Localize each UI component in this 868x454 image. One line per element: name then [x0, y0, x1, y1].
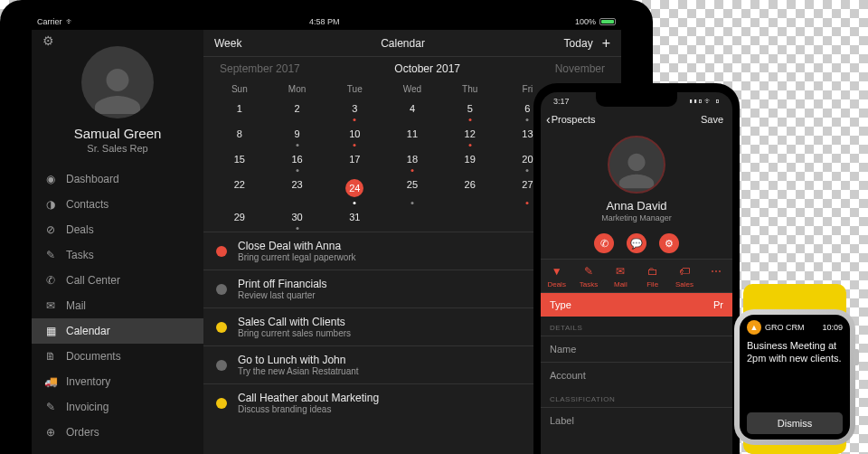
month-current: October 2017: [394, 62, 460, 75]
settings-button[interactable]: ⚙: [659, 233, 679, 253]
avatar[interactable]: [608, 136, 665, 194]
calendar-day[interactable]: 2: [269, 98, 326, 123]
calendar-day[interactable]: 10: [326, 123, 383, 148]
calendar-day[interactable]: 16: [269, 148, 326, 174]
calendar-day[interactable]: 23: [269, 174, 326, 206]
field-account[interactable]: Account: [541, 362, 732, 388]
event-subtitle: Bring current sales numbers: [238, 328, 351, 338]
chevron-left-icon: ‹: [546, 112, 551, 127]
save-button[interactable]: Save: [701, 114, 723, 125]
event-dot-icon: [216, 284, 227, 295]
tab-mail[interactable]: ✉Mail: [605, 260, 637, 292]
nav-label: Orders: [66, 426, 99, 439]
calendar-day[interactable]: 22: [211, 174, 269, 206]
tab-icon: ⋯: [711, 265, 722, 278]
sidebar-item-mail[interactable]: ✉Mail: [32, 293, 203, 318]
iphone-screen: 3:17 ▮▮▯ ᯤ ▯ ‹ Prospects Save Anna David…: [541, 92, 732, 454]
sidebar-item-invoicing[interactable]: ✎Invoicing: [32, 394, 203, 420]
calendar-day[interactable]: 29: [211, 206, 269, 232]
nav-label: Tasks: [66, 249, 94, 261]
calendar-day[interactable]: 25: [383, 174, 441, 206]
type-bar[interactable]: Type Pr: [541, 293, 732, 317]
tab-deals[interactable]: ▼Deals: [541, 260, 572, 292]
calendar-dow: Wed: [383, 80, 441, 98]
nav-icon: ◑: [44, 198, 57, 211]
field-name[interactable]: Name: [541, 336, 732, 362]
ipad-sidebar: ⚙ Samual Green Sr. Sales Rep ◉Dashboard◑…: [32, 30, 203, 454]
nav-label: Calendar: [66, 325, 110, 337]
classification-section-label: CLASSIFICATION: [541, 388, 732, 407]
battery-icon: [599, 18, 616, 25]
nav-icon: 🚚: [44, 375, 57, 388]
nav-list: ◉Dashboard◑Contacts⊘Deals✎Tasks✆Call Cen…: [32, 166, 203, 445]
calendar-toolbar: Week Calendar Today +: [203, 30, 621, 57]
event-subtitle: Review last quarter: [238, 290, 327, 300]
call-button[interactable]: ✆: [594, 233, 614, 253]
calendar-day[interactable]: 9: [269, 123, 326, 148]
back-label: Prospects: [552, 114, 596, 125]
calendar-day[interactable]: 5: [441, 98, 499, 123]
calendar-day[interactable]: 26: [441, 174, 499, 206]
nav-icon: ✆: [44, 274, 57, 287]
back-button[interactable]: ‹ Prospects: [546, 112, 596, 127]
tab-label: Sales: [675, 280, 693, 288]
today-button[interactable]: Today: [564, 37, 593, 50]
watch-case: ▲ GRO CRM 10:09 Business Meeting at 2pm …: [734, 309, 855, 445]
nav-label: Inventory: [66, 375, 110, 388]
watch-device: ▲ GRO CRM 10:09 Business Meeting at 2pm …: [731, 284, 859, 454]
calendar-day[interactable]: 4: [383, 98, 441, 123]
status-time: 4:58 PM: [309, 17, 340, 26]
watch-crown[interactable]: [854, 349, 859, 365]
contact-name: Anna David: [606, 199, 666, 213]
sidebar-item-orders[interactable]: ⊕Orders: [32, 420, 203, 445]
tab-sales[interactable]: 🏷Sales: [668, 260, 700, 292]
calendar-day[interactable]: 30: [269, 206, 326, 232]
sidebar-item-inventory[interactable]: 🚚Inventory: [32, 369, 203, 394]
month-next[interactable]: November: [555, 62, 605, 75]
add-button[interactable]: +: [602, 36, 610, 51]
calendar-day[interactable]: 24: [326, 174, 383, 206]
nav-label: Call Center: [66, 274, 120, 287]
calendar-day[interactable]: 8: [211, 123, 269, 148]
tab-icon: 🏷: [679, 265, 690, 278]
week-toggle[interactable]: Week: [214, 37, 241, 50]
month-prev[interactable]: September 2017: [220, 62, 300, 75]
calendar-day[interactable]: 1: [211, 98, 269, 123]
profile-name: Samual Green: [74, 126, 162, 141]
event-subtitle: Bring current legal paperwork: [238, 252, 356, 262]
signal-icon: ▮▮▯ ᯤ ▯: [689, 97, 720, 106]
sidebar-item-tasks[interactable]: ✎Tasks: [32, 242, 203, 268]
tab-file[interactable]: 🗀File: [637, 260, 668, 292]
calendar-day[interactable]: 18: [383, 148, 441, 174]
event-subtitle: Discuss branding ideas: [238, 404, 379, 414]
calendar-day[interactable]: 31: [326, 206, 383, 232]
sidebar-item-contacts[interactable]: ◑Contacts: [32, 192, 203, 217]
gear-icon[interactable]: ⚙: [42, 33, 54, 48]
tab-label: File: [646, 280, 658, 288]
field-label[interactable]: Label: [541, 407, 732, 433]
nav-icon: ⊘: [44, 223, 57, 236]
tab-more[interactable]: ⋯: [701, 260, 732, 292]
sidebar-item-call-center[interactable]: ✆Call Center: [32, 268, 203, 293]
calendar-day[interactable]: 11: [383, 123, 441, 148]
chat-button[interactable]: 💬: [627, 233, 646, 253]
action-row: ✆💬⚙: [541, 228, 732, 259]
sidebar-item-calendar[interactable]: ▦Calendar: [32, 318, 203, 344]
event-subtitle: Try the new Asian Restatruant: [238, 366, 359, 376]
tab-tasks[interactable]: ✎Tasks: [572, 260, 604, 292]
sidebar-item-dashboard[interactable]: ◉Dashboard: [32, 166, 203, 192]
calendar-day[interactable]: 17: [326, 148, 383, 174]
dismiss-button[interactable]: Dismiss: [747, 412, 843, 434]
nav-label: Contacts: [66, 198, 108, 211]
calendar-day[interactable]: 3: [326, 98, 383, 123]
nav-icon: ✎: [44, 249, 57, 261]
avatar[interactable]: [81, 46, 154, 118]
calendar-day[interactable]: 19: [441, 148, 499, 174]
phone-tab-row: ▼Deals✎Tasks✉Mail🗀File🏷Sales⋯: [541, 259, 732, 293]
calendar-day[interactable]: 12: [441, 123, 499, 148]
calendar-day[interactable]: 15: [211, 148, 269, 174]
watch-app-icon: ▲: [747, 320, 761, 335]
sidebar-item-documents[interactable]: 🗎Documents: [32, 344, 203, 369]
sidebar-item-deals[interactable]: ⊘Deals: [32, 217, 203, 242]
tab-label: Mail: [614, 280, 627, 288]
